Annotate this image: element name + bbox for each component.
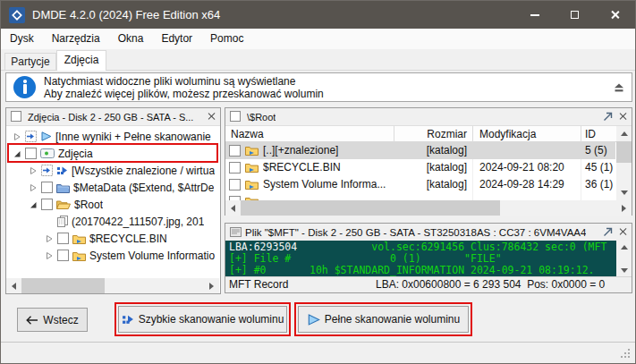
editor-panel-title: Plik "$MFT" - Disk 2 - 250 GB - SATA - S… [245,224,586,241]
tree-item-inne-wyniki[interactable]: [Inne wyniki + Pełne skanowanie [6,128,219,145]
editor-panel-close-button[interactable] [618,227,629,238]
tree-item-label: Zdjęcia [58,148,93,160]
tree-item-label: System Volume Informatio [89,250,215,262]
blue-folder-icon [56,182,70,193]
expander-collapsed-icon[interactable] [29,166,38,175]
folder-link-icon [245,162,259,173]
file-modified: 2024-09-21 08:20 [479,159,564,176]
expander-expanded-icon[interactable] [13,149,21,158]
tree-item-checkbox[interactable] [25,148,37,159]
editor-panel: Plik "$MFT" - Disk 2 - 250 GB - SATA - S… [225,223,632,293]
banner-line-2: Aby znaleźć więcej plików, możesz przesk… [44,88,324,100]
tree-item-zdjecia[interactable]: Zdjęcia [6,145,219,162]
editor-icon [230,227,242,237]
full-scan-button[interactable]: Pełne skanowanie woluminu [298,306,469,333]
play-icon [307,313,320,326]
quick-scan-button[interactable]: Szybkie skanowanie woluminu [118,306,287,333]
file-row-parent[interactable]: [..][+znalezione] [katalog] 5 (5) [225,142,615,159]
scroll-right-button[interactable] [204,278,219,293]
files-panel-checkbox[interactable] [230,111,241,122]
column-header-modyfikacja[interactable]: Modyfikacja [479,126,536,142]
scroll-right-button[interactable] [616,200,632,216]
tree-item-checkbox[interactable] [57,250,69,261]
tree-item-checkbox[interactable] [41,182,53,193]
results-icon [41,165,53,176]
found-files-icon [56,165,68,176]
tree-item-system-volume[interactable]: System Volume Informatio [6,247,219,264]
volume-tree: [Inne wyniki + Pełne skanowanie Zdjęcia … [6,128,219,264]
tree-panel-checkbox[interactable] [11,111,21,122]
maximize-icon [571,11,579,19]
column-header-nazwa[interactable]: Nazwa [231,126,264,142]
tree-item-wszystkie-znalezione[interactable]: [Wszystkie znalezione / wirtua [6,162,219,179]
files-hscrollbar[interactable] [225,200,632,216]
folder-link-icon [72,233,86,244]
tree-item-metadata[interactable]: $MetaData ($Extend, $AttrDe [6,179,219,196]
tree-item-checkbox[interactable] [57,233,69,244]
annotation-box-quick-scan: Szybkie skanowanie woluminu [114,302,291,336]
files-panel-header: \$Root [225,108,632,126]
row-checkbox[interactable] [229,179,241,190]
files-panel-close-button[interactable] [618,112,629,123]
files-vscrollbar[interactable] [616,126,632,200]
expander-collapsed-icon[interactable] [45,234,54,243]
close-button[interactable] [595,1,635,29]
file-row-recycle-bin[interactable]: $RECYCLE.BIN [katalog] 2024-09-21 08:20 … [225,159,615,176]
back-button-label: Wstecz [43,314,78,326]
tab-partycje[interactable]: Partycje [4,53,56,71]
tree-panel-header: Zdjęcia - Disk 2 - 250 GB - SATA - S... [6,108,220,126]
file-row-partial[interactable] [225,193,615,200]
eject-icon[interactable] [614,82,624,93]
scroll-up-button[interactable] [616,126,632,141]
open-folder-icon [56,199,71,210]
scroll-up-button[interactable] [616,241,632,253]
scroll-thumb[interactable] [616,141,632,163]
scroll-thumb[interactable] [21,278,105,293]
tree-item-label: [Wszystkie znalezione / wirtua [72,165,215,177]
banner-line-1: Natychmiast widoczne pliki woluminu są w… [44,75,295,88]
file-list: [..][+znalezione] [katalog] 5 (5) $RECYC… [225,142,632,200]
menu-item-edytor[interactable]: Edytor [152,29,201,49]
expander-expanded-icon[interactable] [29,200,38,209]
column-header-id[interactable]: ID [585,126,596,142]
files-panel-popout-button[interactable] [603,112,614,123]
window-title: DMDE 4.2.0 (2024) Free Edition x64 [32,8,220,21]
file-name: System Volume Informa... [263,176,394,193]
scroll-left-button[interactable] [6,278,21,293]
expander-collapsed-icon[interactable] [29,183,38,192]
tab-bar: Partycje Zdjęcia [1,49,635,71]
row-checkbox[interactable] [229,162,241,174]
scroll-down-button[interactable] [616,264,632,276]
tab-zdjecia[interactable]: Zdjęcia [56,50,106,71]
scroll-down-button[interactable] [616,185,632,200]
editor-panel-popout-button[interactable] [603,227,614,238]
file-row-system-volume[interactable]: System Volume Informa... [katalog] 2024-… [225,176,615,193]
scroll-thumb[interactable] [241,200,500,216]
editor-vscrollbar[interactable] [616,241,632,276]
found-files-icon [122,313,134,326]
maximize-button[interactable] [555,1,595,29]
mft-record-view[interactable]: LBA:6293504 vol.sec:6291456 Clus:786432 … [225,241,616,276]
menu-item-narzedzia[interactable]: Narzędzia [43,29,109,49]
file-id: 45 (1) [585,159,613,176]
expander-collapsed-icon[interactable] [45,251,54,260]
scroll-left-button[interactable] [225,200,241,216]
column-header-rozmiar[interactable]: Rozmiar [395,126,467,142]
tree-item-files-group[interactable]: (20170422_111507.jpg, 201 [6,213,219,230]
tree-hscrollbar[interactable] [6,278,219,293]
back-button[interactable]: Wstecz [17,308,88,332]
menu-item-pomoc[interactable]: Pomoc [201,29,252,49]
minimize-button[interactable] [514,1,555,29]
tree-item-recycle-bin[interactable]: $RECYCLE.BIN [6,230,219,247]
row-checkbox[interactable] [229,145,241,157]
tree-item-label: $MetaData ($Extend, $AttrDe [73,182,214,194]
full-scan-label: Pełne skanowanie woluminu [325,313,460,326]
menu-item-okna[interactable]: Okna [109,29,153,49]
tree-item-checkbox[interactable] [41,199,53,210]
tree-panel-close-button[interactable] [207,112,217,123]
tree-item-root[interactable]: $Root [6,196,219,213]
menu-item-dysk[interactable]: Dysk [1,29,43,49]
resize-grip[interactable] [621,356,623,358]
results-icon [25,131,37,142]
expander-collapsed-icon[interactable] [13,132,21,141]
